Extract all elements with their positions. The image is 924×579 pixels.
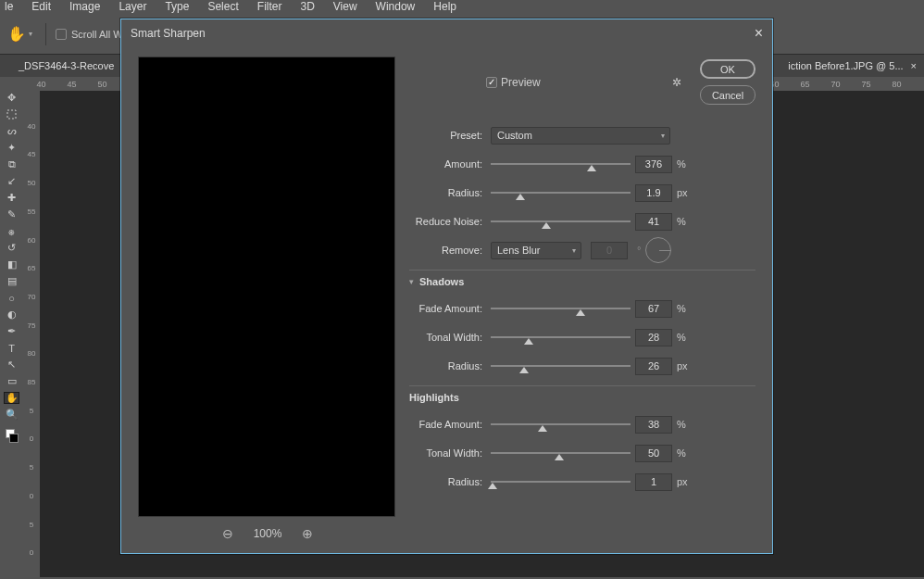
shadows-radius-label: Radius: bbox=[409, 360, 482, 371]
checkbox-checked-icon: ✓ bbox=[486, 77, 497, 88]
reduce-noise-input[interactable] bbox=[635, 213, 672, 231]
preview-checkbox[interactable]: ✓ Preview bbox=[486, 76, 541, 89]
preview-checkbox-label: Preview bbox=[501, 76, 541, 89]
ok-button[interactable]: OK bbox=[700, 59, 755, 79]
menu-window[interactable]: Window bbox=[376, 0, 416, 13]
tool-heal-icon[interactable]: ✚ bbox=[5, 193, 19, 203]
angle-dial[interactable] bbox=[645, 237, 671, 263]
tool-path-icon[interactable]: ↖ bbox=[5, 359, 19, 370]
chevron-down-icon: ▾ bbox=[661, 132, 665, 140]
unit: % bbox=[677, 419, 692, 430]
degree-symbol: ° bbox=[637, 245, 641, 256]
shadows-tonal-input[interactable] bbox=[635, 329, 672, 346]
tab-document-1[interactable]: _DSF3464-3-Recove bbox=[19, 60, 114, 71]
highlights-radius-label: Radius: bbox=[409, 476, 482, 487]
highlights-tonal-input[interactable] bbox=[635, 445, 672, 462]
shadows-tonal-label: Tonal Width: bbox=[409, 332, 482, 343]
menu-view[interactable]: View bbox=[333, 0, 357, 13]
tool-marquee-icon[interactable] bbox=[5, 109, 19, 120]
tool-blur-icon[interactable]: ○ bbox=[5, 293, 19, 303]
tool-wand-icon[interactable]: ✦ bbox=[5, 143, 19, 153]
unit: % bbox=[677, 447, 692, 459]
chevron-down-icon: ▾ bbox=[409, 277, 414, 286]
hand-tool-icon[interactable]: ✋ bbox=[7, 25, 26, 43]
radius-input[interactable] bbox=[635, 184, 672, 202]
zoom-in-icon[interactable]: ⊕ bbox=[302, 526, 313, 541]
menu-edit[interactable]: Edit bbox=[31, 0, 51, 13]
tool-history-icon[interactable]: ↺ bbox=[5, 243, 19, 253]
amount-input[interactable] bbox=[635, 156, 672, 173]
cancel-button[interactable]: Cancel bbox=[700, 85, 755, 105]
shadows-radius-slider[interactable] bbox=[491, 359, 631, 373]
shadows-fade-label: Fade Amount: bbox=[409, 303, 482, 314]
tool-eyedropper-icon[interactable]: ↙ bbox=[5, 176, 19, 186]
highlights-radius-slider[interactable] bbox=[491, 474, 631, 489]
menu-select[interactable]: Select bbox=[207, 0, 238, 13]
highlights-fade-label: Fade Amount: bbox=[409, 419, 482, 430]
tool-stamp-icon[interactable]: ⎈ bbox=[5, 226, 19, 236]
tool-crop-icon[interactable]: ⧉ bbox=[5, 159, 19, 170]
tool-zoom-icon[interactable]: 🔍 bbox=[5, 409, 19, 420]
preset-dropdown[interactable]: Custom ▾ bbox=[491, 127, 670, 145]
menu-filter[interactable]: Filter bbox=[257, 0, 282, 13]
tool-lasso-icon[interactable]: ᔕ bbox=[5, 126, 19, 136]
tool-shape-icon[interactable]: ▭ bbox=[5, 376, 19, 386]
dialog-title-text: Smart Sharpen bbox=[131, 27, 206, 40]
remove-label: Remove: bbox=[409, 245, 482, 256]
color-swatches[interactable] bbox=[6, 429, 19, 443]
menu-help[interactable]: Help bbox=[433, 0, 456, 13]
menu-layer[interactable]: Layer bbox=[119, 0, 146, 13]
gear-icon[interactable]: ✲ bbox=[672, 76, 681, 89]
highlights-section-toggle[interactable]: Highlights bbox=[409, 392, 755, 403]
reduce-noise-unit: % bbox=[677, 216, 692, 227]
tool-move-icon[interactable]: ✥ bbox=[5, 93, 19, 103]
menu-3d[interactable]: 3D bbox=[300, 0, 314, 13]
highlights-heading: Highlights bbox=[409, 392, 459, 403]
menu-type[interactable]: Type bbox=[165, 0, 189, 13]
shadows-section-toggle[interactable]: ▾ Shadows bbox=[409, 276, 755, 287]
tab-document-2-label: iction Before1.JPG @ 5... bbox=[788, 60, 903, 71]
tab-document-2[interactable]: iction Before1.JPG @ 5... × bbox=[788, 60, 917, 71]
divider bbox=[409, 270, 755, 271]
preset-label: Preset: bbox=[409, 130, 482, 141]
radius-unit: px bbox=[677, 187, 692, 198]
shadows-heading: Shadows bbox=[419, 276, 464, 287]
zoom-level: 100% bbox=[254, 527, 282, 540]
amount-unit: % bbox=[677, 158, 692, 170]
tool-hand-icon[interactable]: ✋ bbox=[5, 393, 19, 403]
shadows-fade-slider[interactable] bbox=[491, 301, 631, 316]
menu-image[interactable]: Image bbox=[69, 0, 100, 13]
tool-dodge-icon[interactable]: ◐ bbox=[5, 309, 19, 320]
vertical-ruler: 40455055606570758085505050 bbox=[23, 91, 40, 577]
shadows-fade-input[interactable] bbox=[635, 300, 672, 318]
menu-bar[interactable]: le Edit Image Layer Type Select Filter 3… bbox=[0, 0, 924, 14]
dialog-titlebar[interactable]: Smart Sharpen × bbox=[121, 19, 772, 47]
remove-dropdown[interactable]: Lens Blur ▾ bbox=[491, 242, 581, 259]
close-icon[interactable]: × bbox=[755, 25, 763, 42]
close-tab-icon[interactable]: × bbox=[911, 60, 917, 71]
radius-slider[interactable] bbox=[491, 185, 631, 200]
tool-preset-dropdown-icon[interactable]: ▾ bbox=[29, 30, 32, 38]
background-swatch[interactable] bbox=[9, 434, 19, 443]
tool-pen-icon[interactable]: ✒ bbox=[5, 326, 19, 336]
highlights-radius-input[interactable] bbox=[635, 473, 672, 491]
radius-label: Radius: bbox=[409, 187, 482, 198]
unit: px bbox=[677, 360, 692, 371]
highlights-fade-slider[interactable] bbox=[491, 417, 631, 432]
remove-value: Lens Blur bbox=[497, 245, 540, 256]
menu-file[interactable]: le bbox=[5, 0, 13, 13]
zoom-out-icon[interactable]: ⊖ bbox=[222, 526, 233, 541]
tool-gradient-icon[interactable]: ▤ bbox=[5, 276, 19, 286]
preview-image[interactable] bbox=[138, 57, 395, 517]
highlights-tonal-label: Tonal Width: bbox=[409, 447, 482, 459]
reduce-noise-slider[interactable] bbox=[491, 214, 631, 229]
shadows-radius-input[interactable] bbox=[635, 358, 672, 375]
amount-slider[interactable] bbox=[491, 157, 631, 171]
tool-eraser-icon[interactable]: ◧ bbox=[5, 259, 19, 270]
tool-brush-icon[interactable]: ✎ bbox=[5, 209, 19, 220]
scroll-all-checkbox[interactable] bbox=[56, 29, 67, 40]
shadows-tonal-slider[interactable] bbox=[491, 330, 631, 345]
highlights-fade-input[interactable] bbox=[635, 416, 672, 434]
tool-type-icon[interactable]: T bbox=[5, 343, 19, 353]
highlights-tonal-slider[interactable] bbox=[491, 446, 631, 460]
